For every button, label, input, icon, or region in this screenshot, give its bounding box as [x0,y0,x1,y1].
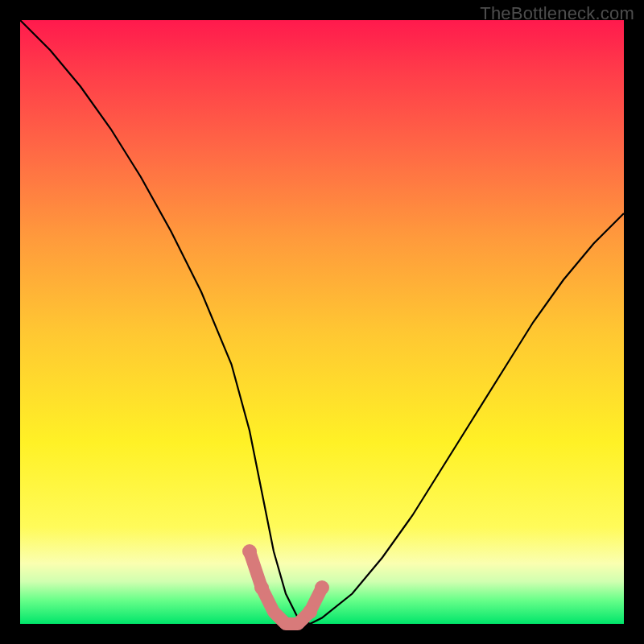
optimal-zone-dot [303,605,317,619]
chart-plot-area [20,20,624,624]
optimal-zone-dot [242,544,257,559]
optimal-zone-dot [315,580,329,595]
watermark-text: TheBottleneck.com [480,3,634,24]
optimal-zone-dot [254,580,269,595]
chart-svg [20,20,624,624]
bottleneck-curve [20,20,624,624]
